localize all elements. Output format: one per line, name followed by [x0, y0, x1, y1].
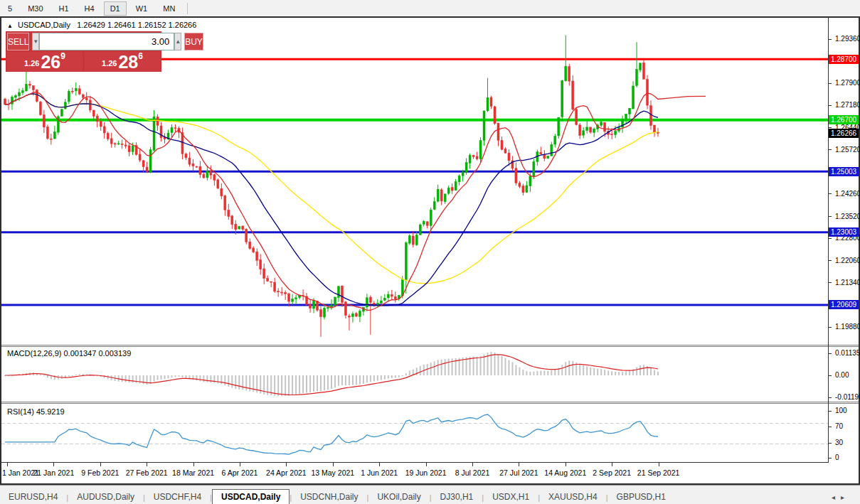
macd-axis-label: 0.01135: [835, 349, 860, 357]
bid-price-pip: 9: [60, 52, 65, 60]
price-axis-label: 1.27900: [835, 79, 860, 87]
price-axis: 1.293601.279001.271801.264401.257201.242…: [829, 18, 859, 463]
date-axis-tick: [286, 463, 287, 466]
chart-symbol-period: USDCAD,Daily: [18, 21, 70, 29]
price-axis-tick: [829, 238, 832, 239]
date-axis-tick: [472, 463, 473, 466]
price-axis-tick: [829, 83, 832, 84]
macd-axis-label: -0.011904: [835, 393, 860, 401]
ask-price-big: 28: [118, 53, 138, 70]
chart-tab-bar: EURUSD,H4|AUDUSD,Daily|USDCHF,H4|USDCAD,…: [0, 485, 860, 504]
price-axis-tick: [829, 282, 832, 283]
price-axis-tick: [829, 39, 832, 40]
ask-price-display[interactable]: 1.26 28 6: [85, 52, 160, 71]
date-axis-label: 24 Apr 2021: [266, 468, 307, 477]
toolbar-separator: [187, 3, 188, 14]
price-axis-tick: [829, 260, 832, 261]
price-tag-120609: 1.20609: [829, 300, 859, 309]
date-axis-tick: [519, 463, 519, 466]
date-axis-label: 13 May 2021: [311, 468, 354, 477]
price-axis-label: 1.23520: [835, 213, 860, 220]
date-axis-label: 18 Mar 2021: [172, 468, 214, 477]
tab-usdcnh-daily[interactable]: USDCNH,Daily: [292, 490, 366, 504]
volume-decrease-button[interactable]: ▼: [32, 33, 39, 50]
date-axis-tick: [333, 463, 334, 466]
macd-axis-label: 0.00: [835, 371, 849, 379]
tab-ukoil-daily[interactable]: UKOil,Daily: [368, 490, 429, 504]
tab-usdcad-daily[interactable]: USDCAD,Daily: [212, 489, 290, 504]
price-tag-125003: 1.25003: [829, 167, 859, 176]
date-axis-label: 27 Feb 2021: [126, 468, 168, 477]
date-axis-tick: [240, 463, 240, 466]
sell-button[interactable]: SELL: [7, 33, 29, 50]
ask-price-pip: 6: [138, 52, 143, 60]
rsi-axis-tick: [829, 458, 832, 459]
price-axis-label: 1.29360: [835, 35, 860, 43]
tab-scroll-arrows[interactable]: ◂▸: [832, 493, 860, 504]
bid-price-big: 26: [41, 53, 60, 70]
date-axis-label: 2 Sep 2021: [593, 468, 631, 477]
price-axis-tick: [829, 149, 832, 150]
chart-ohlc-values: 1.26429 1.26461 1.26152 1.26266: [77, 21, 196, 29]
tab-usdchf-h4[interactable]: USDCHF,H4: [145, 490, 210, 504]
date-axis-label: 6 Apr 2021: [222, 468, 258, 477]
rsi-axis-tick: [829, 427, 832, 427]
tab-xauusd-h4[interactable]: XAUUSD,H4: [540, 490, 606, 504]
volume-increase-button[interactable]: ▲: [174, 33, 181, 50]
price-axis-label: 1.24260: [835, 190, 860, 198]
tab-dj30-h1[interactable]: DJ30,H1: [432, 490, 482, 504]
chart-title: ▲ USDCAD,Daily 1.26429 1.26461 1.26152 1…: [7, 21, 196, 29]
price-tag-126266: 1.26266: [829, 129, 859, 138]
tab-usdx-h1[interactable]: USDX,H1: [484, 490, 538, 504]
date-axis: 1 Jan 202121 Jan 20219 Feb 202127 Feb 20…: [1, 463, 828, 483]
date-axis-label: 8 Jul 2021: [455, 468, 489, 477]
bid-price-prefix: 1.26: [24, 56, 39, 70]
date-axis-label: 19 Jun 2021: [405, 468, 447, 477]
macd-axis-tick: [829, 397, 832, 398]
volume-input[interactable]: [39, 33, 174, 50]
date-axis-tick: [147, 463, 147, 466]
price-axis-tick: [829, 105, 832, 106]
price-axis-label: 1.21340: [835, 279, 860, 286]
bid-price-display[interactable]: 1.26 26 9: [7, 52, 83, 71]
price-axis-tick: [829, 327, 832, 328]
timeframe-button-m30[interactable]: M30: [21, 1, 49, 16]
date-axis-tick: [612, 463, 612, 466]
timeframe-button-mn[interactable]: MN: [156, 1, 181, 16]
trading-terminal: 5M30H1H4D1W1MN 1 Jan 202121 Jan 20219 Fe…: [0, 0, 860, 504]
price-axis-tick: [829, 216, 832, 217]
timeframe-button-h1[interactable]: H1: [53, 1, 75, 16]
date-axis-tick: [53, 463, 54, 466]
timeframe-button-w1[interactable]: W1: [129, 1, 154, 16]
price-axis-tick: [829, 193, 832, 194]
down-triangle-icon: ▼: [33, 38, 38, 45]
timeframe-button-5[interactable]: 5: [1, 1, 18, 16]
price-tag-128700: 1.28700: [829, 55, 859, 64]
price-axis-label: 1.22060: [835, 257, 860, 264]
rsi-axis-tick: [829, 411, 832, 412]
tab-audusd-daily[interactable]: AUDUSD,Daily: [68, 490, 143, 504]
date-axis-label: 1 Jun 2021: [361, 468, 398, 477]
date-axis-tick: [566, 463, 566, 466]
rsi-pane[interactable]: [1, 404, 828, 462]
macd-axis-tick: [829, 353, 832, 354]
timeframe-toolbar: 5M30H1H4D1W1MN: [0, 0, 860, 16]
rsi-axis-label: 0: [835, 454, 839, 461]
date-axis-label: 27 Jul 2021: [499, 468, 538, 477]
ask-price-prefix: 1.26: [102, 56, 117, 70]
macd-axis-tick: [829, 375, 832, 376]
rsi-axis-tick: [829, 443, 832, 444]
tab-gbpusd-h1[interactable]: GBPUSD,H1: [608, 490, 674, 504]
date-axis-tick: [100, 463, 101, 466]
collapse-panel-icon[interactable]: ▲: [7, 23, 13, 29]
timeframe-button-d1[interactable]: D1: [104, 1, 127, 16]
buy-button[interactable]: BUY: [184, 33, 203, 50]
price-tag-123003: 1.23003: [829, 227, 859, 237]
price-axis-label: 1.19880: [835, 323, 860, 331]
price-tag-126700: 1.26700: [829, 115, 859, 124]
one-click-trading-panel: SELL ▼ ▲ BUY 1.26 26 9 1.26 28 6: [6, 31, 161, 72]
rsi-indicator-label: RSI(14) 45.9219: [7, 407, 65, 416]
timeframe-button-h4[interactable]: H4: [78, 1, 101, 16]
tab-eurusd-h4[interactable]: EURUSD,H4: [0, 490, 66, 504]
date-axis-tick: [659, 463, 659, 466]
